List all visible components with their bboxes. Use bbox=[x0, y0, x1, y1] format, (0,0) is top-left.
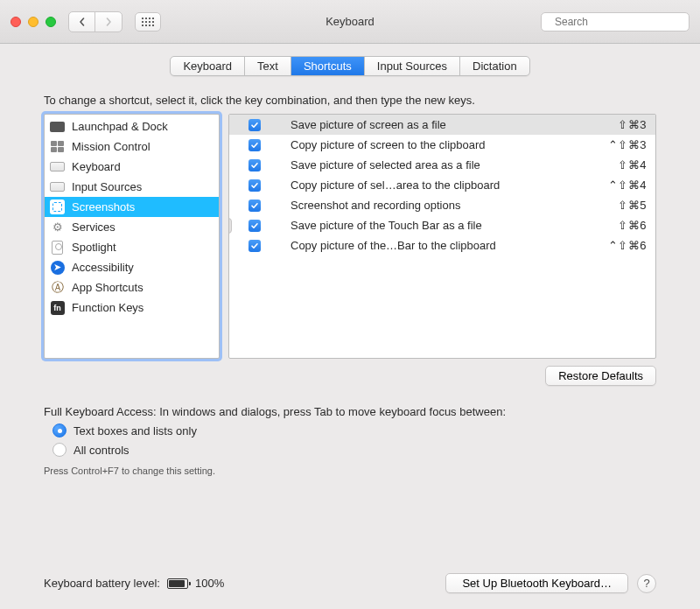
shortcut-checkbox[interactable] bbox=[248, 220, 261, 232]
battery-percent: 100% bbox=[195, 577, 224, 590]
shortcut-label: Copy picture of screen to the clipboard bbox=[290, 138, 599, 151]
category-label: Mission Control bbox=[72, 140, 150, 153]
fka-hint: Press Control+F7 to change this setting. bbox=[44, 466, 656, 476]
category-label: App Shortcuts bbox=[72, 281, 144, 294]
zoom-window-button[interactable] bbox=[46, 17, 56, 27]
category-mission-control[interactable]: Mission Control bbox=[45, 136, 219, 157]
mission-icon bbox=[50, 139, 65, 154]
category-label: Keyboard bbox=[72, 160, 121, 173]
category-label: Spotlight bbox=[72, 241, 116, 254]
spotlight-icon bbox=[50, 240, 65, 255]
fka-option[interactable]: Text boxes and lists only bbox=[52, 424, 656, 438]
fka-option[interactable]: All controls bbox=[52, 443, 656, 457]
category-list[interactable]: Launchpad & DockMission ControlKeyboardI… bbox=[44, 114, 220, 359]
shortcut-checkbox[interactable] bbox=[248, 240, 261, 252]
shortcut-keys[interactable]: ⇧⌘6 bbox=[618, 219, 647, 232]
shortcut-row[interactable]: Copy picture of screen to the clipboard⌃… bbox=[229, 135, 655, 155]
category-label: Input Sources bbox=[72, 180, 142, 193]
category-spotlight[interactable]: Spotlight bbox=[45, 237, 219, 257]
category-accessibility[interactable]: ➤Accessibility bbox=[45, 257, 219, 277]
restore-defaults-button[interactable]: Restore Defaults bbox=[545, 366, 656, 386]
shortcut-label: Copy picture of the…Bar to the clipboard bbox=[290, 239, 599, 252]
category-function-keys[interactable]: fnFunction Keys bbox=[45, 298, 219, 318]
tab-shortcuts[interactable]: Shortcuts bbox=[291, 57, 365, 75]
minimize-window-button[interactable] bbox=[28, 17, 38, 27]
appsc-icon: Ⓐ bbox=[50, 280, 65, 295]
shortcut-row[interactable]: Copy picture of the…Bar to the clipboard… bbox=[229, 235, 655, 256]
fka-prompt: Full Keyboard Access: In windows and dia… bbox=[44, 405, 656, 418]
category-screenshots[interactable]: Screenshots bbox=[45, 197, 219, 217]
search-input[interactable] bbox=[553, 15, 688, 29]
shortcut-checkbox[interactable] bbox=[248, 200, 261, 212]
shortcut-row[interactable]: Save picture of selected area as a file⇧… bbox=[229, 155, 655, 175]
radio-label: Text boxes and lists only bbox=[74, 424, 197, 438]
shortcut-label: Save picture of selected area as a file bbox=[290, 158, 609, 172]
prefs-tabs: KeyboardTextShortcutsInput SourcesDictat… bbox=[44, 56, 656, 76]
keyboard-icon bbox=[50, 179, 65, 194]
category-label: Accessibility bbox=[72, 261, 134, 274]
category-label: Function Keys bbox=[72, 301, 144, 314]
titlebar: Keyboard bbox=[0, 0, 700, 44]
keyboard-icon bbox=[50, 159, 65, 174]
radio-label: All controls bbox=[74, 444, 130, 457]
category-services[interactable]: ⚙︎Services bbox=[45, 217, 219, 237]
back-button[interactable] bbox=[69, 12, 95, 32]
radio-button[interactable] bbox=[52, 424, 66, 438]
battery-label: Keyboard battery level: bbox=[44, 577, 160, 590]
help-button[interactable]: ? bbox=[637, 574, 656, 593]
category-launchpad-dock[interactable]: Launchpad & Dock bbox=[45, 116, 219, 136]
shortcut-checkbox[interactable] bbox=[248, 179, 261, 192]
shortcut-keys[interactable]: ⇧⌘3 bbox=[618, 118, 647, 131]
shortcut-row[interactable]: Copy picture of sel…area to the clipboar… bbox=[229, 175, 655, 195]
shortcut-keys[interactable]: ⌃⇧⌘4 bbox=[608, 178, 647, 192]
shortcut-row[interactable]: Save picture of screen as a file⇧⌘3 bbox=[229, 115, 655, 135]
tab-dictation[interactable]: Dictation bbox=[460, 57, 529, 75]
footer: Keyboard battery level: 100% Set Up Blue… bbox=[0, 561, 700, 609]
shortcut-keys[interactable]: ⌃⇧⌘6 bbox=[608, 239, 647, 252]
shortcut-checkbox[interactable] bbox=[248, 139, 261, 151]
category-label: Services bbox=[72, 220, 116, 234]
shortcut-keys[interactable]: ⇧⌘5 bbox=[618, 199, 647, 212]
grid-icon bbox=[142, 18, 154, 26]
shortcut-label: Save picture of screen as a file bbox=[290, 118, 609, 131]
shortcut-keys[interactable]: ⇧⌘4 bbox=[618, 158, 647, 172]
tab-input-sources[interactable]: Input Sources bbox=[365, 57, 460, 75]
tab-text[interactable]: Text bbox=[245, 57, 291, 75]
category-input-sources[interactable]: Input Sources bbox=[45, 177, 219, 197]
shortcut-keys[interactable]: ⌃⇧⌘3 bbox=[608, 138, 647, 151]
shortcut-label: Save picture of the Touch Bar as a file bbox=[290, 219, 609, 232]
shortcut-label: Copy picture of sel…area to the clipboar… bbox=[290, 178, 599, 192]
fn-icon: fn bbox=[50, 300, 65, 315]
full-keyboard-access-section: Full Keyboard Access: In windows and dia… bbox=[44, 405, 656, 476]
tab-keyboard[interactable]: Keyboard bbox=[171, 57, 245, 75]
shortcut-row[interactable]: Screenshot and recording options⇧⌘5 bbox=[229, 195, 655, 215]
shortcut-row[interactable]: Save picture of the Touch Bar as a file⇧… bbox=[229, 215, 655, 235]
shortcut-list[interactable]: Save picture of screen as a file⇧⌘3Copy … bbox=[228, 114, 656, 359]
screenshots-icon bbox=[50, 200, 65, 214]
shortcut-checkbox[interactable] bbox=[248, 159, 261, 172]
category-label: Screenshots bbox=[72, 200, 135, 214]
search-field[interactable] bbox=[541, 12, 690, 32]
close-window-button[interactable] bbox=[10, 17, 21, 27]
launchpad-icon bbox=[50, 119, 65, 134]
show-all-button[interactable] bbox=[135, 12, 161, 32]
window-controls bbox=[10, 17, 56, 27]
battery-icon bbox=[167, 578, 188, 589]
shortcut-checkbox[interactable] bbox=[248, 119, 261, 131]
access-icon: ➤ bbox=[50, 260, 65, 275]
category-keyboard[interactable]: Keyboard bbox=[45, 157, 219, 177]
forward-button[interactable] bbox=[95, 12, 122, 32]
radio-button[interactable] bbox=[52, 443, 66, 457]
pane-resize-handle[interactable] bbox=[228, 218, 232, 234]
instruction-text: To change a shortcut, select it, click t… bbox=[44, 94, 656, 107]
bluetooth-keyboard-button[interactable]: Set Up Bluetooth Keyboard… bbox=[445, 573, 628, 593]
nav-back-forward bbox=[68, 11, 122, 32]
category-label: Launchpad & Dock bbox=[72, 120, 168, 133]
shortcut-label: Screenshot and recording options bbox=[290, 199, 609, 212]
category-app-shortcuts[interactable]: ⒶApp Shortcuts bbox=[45, 277, 219, 298]
gear-icon: ⚙︎ bbox=[50, 220, 65, 234]
